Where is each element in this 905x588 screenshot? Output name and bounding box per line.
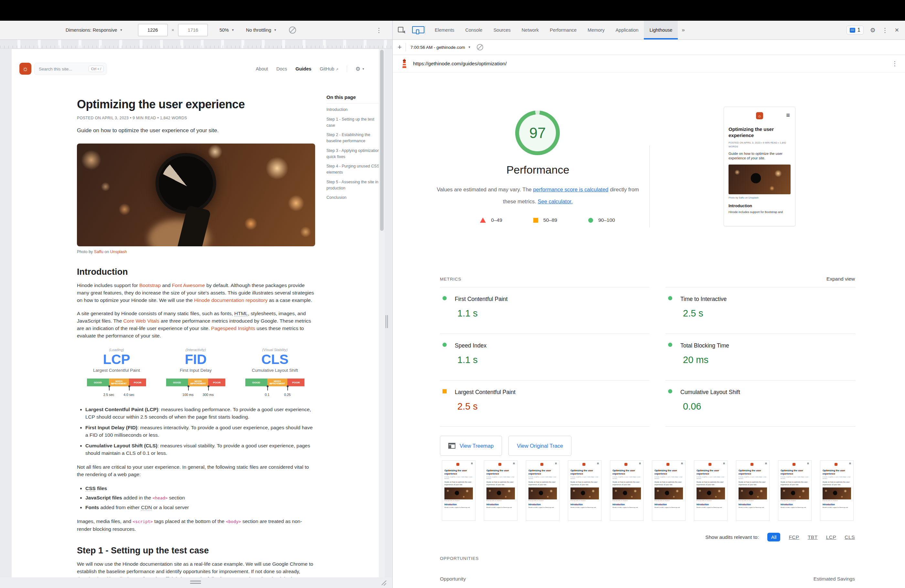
filmstrip-thumbnail[interactable]: ≡ Optimizing the user experience POSTED … xyxy=(694,460,727,521)
toc-item[interactable]: Step 5 - Assessing the site in productio… xyxy=(326,179,381,191)
hamburger-icon: ≡ xyxy=(681,462,683,465)
rotate-disabled-icon[interactable] xyxy=(289,27,296,33)
devtools-tab-application[interactable]: Application xyxy=(610,21,644,40)
devtools-tab-memory[interactable]: Memory xyxy=(582,21,610,40)
devtools-menu-icon[interactable]: ⋮ xyxy=(882,27,888,34)
divider xyxy=(406,43,406,51)
devtools-tab-elements[interactable]: Elements xyxy=(429,21,460,40)
thumbnail-line: Hinode includes support for Bootstrap an… xyxy=(738,507,767,508)
thumbnail-caption: Photo by Saffu on Unsplash xyxy=(570,500,599,501)
inspect-element-icon[interactable]: ➤ xyxy=(398,26,406,34)
session-label[interactable]: 7:00:56 AM - gethinode.com xyxy=(411,45,465,50)
search-input[interactable]: Search this site... Ctrl + / xyxy=(34,63,106,75)
lighthouse-session-bar: + 7:00:56 AM - gethinode.com ▼ xyxy=(393,40,905,55)
panel-splitter-handle[interactable] xyxy=(385,315,389,328)
device-toolbar-menu-icon[interactable]: ⋮ xyxy=(376,27,382,34)
toc-item[interactable]: Conclusion xyxy=(326,195,381,201)
audit-filter-cls[interactable]: CLS xyxy=(845,534,855,540)
inline-link[interactable]: Pagespeed Insights xyxy=(211,326,255,331)
scrollbar-thumb[interactable] xyxy=(380,50,384,231)
view-original-trace-button[interactable]: View Original Trace xyxy=(508,436,572,456)
audit-filter-lcp[interactable]: LCP xyxy=(826,534,837,540)
corner-resize-grip[interactable] xyxy=(381,578,388,586)
audit-filter-tbt[interactable]: TBT xyxy=(808,534,818,540)
toc-item[interactable]: Step 4 - Purging unused CSS elements xyxy=(326,163,381,176)
issues-badge[interactable]: 1 xyxy=(846,25,864,35)
divider xyxy=(425,25,426,35)
expand-view-button[interactable]: Expand view xyxy=(826,276,855,282)
metric-time-to-interactive[interactable]: Time to Interactive2.5 s xyxy=(665,287,856,334)
filmstrip-thumbnail[interactable]: ≡ Optimizing the user experience POSTED … xyxy=(736,460,770,521)
filmstrip-thumbnail[interactable]: ≡ Optimizing the user experience POSTED … xyxy=(484,460,518,521)
devtools-tab-console[interactable]: Console xyxy=(460,21,488,40)
fail-triangle-icon xyxy=(480,218,486,223)
inline-link[interactable]: Unsplash xyxy=(110,250,127,254)
metric-value: 2.5 s xyxy=(457,401,649,412)
list-item: JavaScript files added in the <head> sec… xyxy=(85,494,315,502)
inline-link[interactable]: Saffu xyxy=(94,250,103,254)
nav-item-guides[interactable]: Guides xyxy=(295,66,311,72)
filmstrip-thumbnail[interactable]: ≡ Optimizing the user experience POSTED … xyxy=(820,460,854,521)
width-input[interactable] xyxy=(138,24,168,36)
pass-circle-icon xyxy=(443,296,447,300)
filmstrip-thumbnail[interactable]: ≡ Optimizing the user experience POSTED … xyxy=(568,460,602,521)
gear-icon[interactable]: ⚙ xyxy=(870,27,876,34)
metric-total-blocking-time[interactable]: Total Blocking Time20 ms xyxy=(665,334,856,380)
filmstrip-thumbnail[interactable]: ≡ Optimizing the user experience POSTED … xyxy=(610,460,643,521)
inline-link[interactable]: Font Awesome xyxy=(172,283,205,288)
filmstrip-thumbnail[interactable]: ≡ Optimizing the user experience POSTED … xyxy=(778,460,811,521)
site-settings-gear-icon[interactable]: ⚙▼ xyxy=(356,66,365,72)
filmstrip-thumbnail[interactable]: ≡ Optimizing the user experience POSTED … xyxy=(526,460,559,521)
dimensions-select[interactable]: Dimensions: Responsive▼ xyxy=(66,27,123,33)
thumbnail-lead: Guide on how to optimize the user experi… xyxy=(529,481,557,486)
nav-item-about[interactable]: About xyxy=(256,66,268,72)
toc-item[interactable]: Step 2 - Establishing the baseline perfo… xyxy=(326,132,381,144)
inline-link[interactable]: See calculator. xyxy=(538,199,573,204)
toc-item[interactable]: Introduction xyxy=(326,106,381,113)
throttling-select[interactable]: No throttling▼ xyxy=(246,27,277,33)
resize-handle[interactable] xyxy=(190,580,201,585)
closing-paragraph: Images, media files, and <script> tags p… xyxy=(77,518,315,533)
clear-icon[interactable] xyxy=(477,44,483,51)
devtools-tab-bar: ➤ ElementsConsoleSourcesNetworkPerforman… xyxy=(393,21,905,40)
filmstrip-thumbnail[interactable]: ≡ Optimizing the user experience POSTED … xyxy=(652,460,686,521)
devtools-tab-sources[interactable]: Sources xyxy=(488,21,516,40)
page-scrollbar[interactable] xyxy=(379,49,385,577)
toc-item[interactable]: Step 3 - Applying optimization quick fix… xyxy=(326,148,381,160)
devtools-tab-network[interactable]: Network xyxy=(516,21,544,40)
nav-item-github[interactable]: GitHub↗ xyxy=(320,66,338,72)
metric-cumulative-layout-shift[interactable]: Cumulative Layout Shift0.06 xyxy=(665,380,856,427)
inline-link[interactable]: Bootstrap xyxy=(139,283,160,288)
thumbnail-photo xyxy=(529,488,557,499)
view-treemap-button[interactable]: View Treemap xyxy=(440,436,502,456)
new-report-icon[interactable]: + xyxy=(398,43,402,51)
devtools-tab-lighthouse[interactable]: Lighthouse xyxy=(644,21,678,40)
inline-link[interactable]: performance score is calculated xyxy=(533,186,608,192)
devtools-tab-performance[interactable]: Performance xyxy=(544,21,582,40)
chevron-down-icon: ▼ xyxy=(274,29,277,32)
device-toolbar-toggle-icon[interactable] xyxy=(411,26,420,34)
thumbnail-title: Optimizing the user experience xyxy=(697,469,725,475)
filmstrip-thumbnail[interactable]: ≡ Optimizing the user experience POSTED … xyxy=(442,460,475,521)
metric-largest-contentful-paint[interactable]: Largest Contentful Paint2.5 s xyxy=(440,380,649,427)
performance-score-gauge[interactable]: 97 xyxy=(515,111,560,155)
vital-scale-bar: GOODNEEDS IMPROVEMENTPOOR xyxy=(87,378,146,386)
height-input[interactable] xyxy=(178,24,208,36)
legend-range: 0–49 xyxy=(491,217,502,223)
inline-link[interactable]: Hinode documentation repository xyxy=(194,297,267,303)
more-tabs-icon[interactable]: » xyxy=(678,27,688,33)
audit-filter-all[interactable]: All xyxy=(767,533,781,542)
metric-speed-index[interactable]: Speed Index1.1 s xyxy=(440,334,649,380)
report-menu-icon[interactable]: ⋮ xyxy=(892,60,898,67)
close-icon[interactable]: ✕ xyxy=(895,27,899,33)
toc-item[interactable]: Step 1 - Setting up the test case xyxy=(326,116,381,129)
zoom-select[interactable]: 50%▼ xyxy=(219,27,234,33)
thumbnail-caption: Photo by Saffu on Unsplash xyxy=(697,500,725,501)
hinode-logo[interactable]: ☼ xyxy=(19,63,31,75)
inline-link[interactable]: Core Web Vitals xyxy=(124,318,159,324)
nav-item-docs[interactable]: Docs xyxy=(276,66,287,72)
metric-first-contentful-paint[interactable]: First Contentful Paint1.1 s xyxy=(440,287,649,334)
preview-photo xyxy=(729,165,791,194)
audit-filter-fcp[interactable]: FCP xyxy=(789,534,799,540)
thumbnail-title: Optimizing the user experience xyxy=(654,469,683,475)
